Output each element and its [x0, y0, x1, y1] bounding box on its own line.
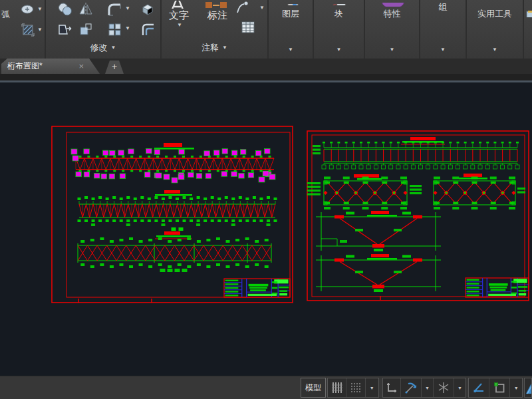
- mirror-button[interactable]: [77, 1, 94, 18]
- table-icon: [240, 19, 256, 35]
- osnap-dropdown-arrow[interactable]: ▼: [509, 378, 522, 397]
- revision-cloud-icon: [20, 1, 36, 17]
- box-3d-icon: [140, 1, 156, 17]
- leader-button[interactable]: [235, 0, 251, 15]
- annotate-panel-title[interactable]: 注释▼: [162, 42, 267, 54]
- wipeout-button[interactable]: [19, 21, 37, 39]
- isodraft-icon: [437, 381, 450, 394]
- stretch-button[interactable]: [57, 21, 74, 38]
- close-tab-icon[interactable]: ×: [78, 59, 84, 74]
- dropdown-arrow-icon[interactable]: ▼: [259, 5, 265, 11]
- drawing-canvas[interactable]: [0, 74, 532, 376]
- dimension-tool-cut-icon: [204, 0, 231, 9]
- polar-tracking-button[interactable]: [400, 378, 421, 397]
- modify-panel-title[interactable]: 修改▼: [46, 42, 160, 54]
- block-panel-label: 块: [314, 8, 364, 20]
- array-icon: [106, 21, 122, 37]
- wipeout-icon: [20, 22, 36, 38]
- snap-grid-group: ▼: [327, 378, 379, 398]
- dimension-button[interactable]: 标注: [207, 9, 227, 22]
- polar-tracking-icon: [404, 381, 418, 394]
- ribbon-panel-utilities[interactable]: 实用工具 ▼: [466, 0, 523, 59]
- properties-cut-icon: [380, 0, 406, 7]
- snap-dropdown-arrow[interactable]: ▼: [365, 378, 378, 397]
- file-tab-bar: 桁布置图* × +: [0, 59, 532, 74]
- leader-icon: [235, 0, 251, 15]
- ribbon: 弧 ▼ ▼: [0, 0, 532, 59]
- scale-icon: [78, 21, 94, 37]
- ribbon-panel-layers[interactable]: 图层 ▼: [267, 0, 313, 59]
- ribbon-panel-clipboard-partial: [523, 0, 532, 59]
- dropdown-arrow-icon[interactable]: ▼: [125, 6, 130, 11]
- ribbon-panel-annotate: 文字 ▼ 标注 ▼ 注释▼: [160, 0, 267, 59]
- dropdown-arrow-icon[interactable]: ▼: [177, 23, 182, 28]
- copy-icon: [57, 1, 73, 17]
- dropdown-arrow-icon[interactable]: ▼: [37, 27, 43, 33]
- group-panel-label: 组: [420, 1, 466, 13]
- copy-button[interactable]: [57, 1, 74, 18]
- object-snap-button[interactable]: [489, 378, 510, 397]
- canvas-top-highlight: [0, 80, 532, 82]
- grid-display-button[interactable]: [328, 378, 346, 397]
- ribbon-panel-block[interactable]: 块 ▼: [313, 0, 364, 59]
- dropdown-arrow-icon[interactable]: ▼: [37, 7, 43, 12]
- new-tab-button[interactable]: +: [105, 61, 124, 74]
- panel-expand-arrow-icon[interactable]: ▼: [314, 47, 364, 53]
- offset-icon: [140, 21, 156, 37]
- cad-drawing: [0, 74, 532, 376]
- dropdown-arrow-icon[interactable]: ▼: [125, 26, 130, 31]
- offset-button[interactable]: [139, 21, 156, 38]
- text-tool-cut-icon: [170, 0, 190, 9]
- ribbon-panel-modify: ▼: [45, 0, 160, 59]
- polar-dropdown-arrow[interactable]: ▼: [421, 378, 433, 397]
- isodraft-dropdown-arrow[interactable]: ▼: [454, 378, 466, 397]
- object-snap-tracking-button[interactable]: [469, 378, 489, 397]
- panel-expand-arrow-icon[interactable]: ▼: [269, 47, 313, 53]
- ribbon-panel-group[interactable]: 组 ▼: [419, 0, 466, 59]
- grid-icon: [331, 381, 344, 394]
- fillet-icon: [106, 1, 122, 17]
- extrude-face-button[interactable]: [139, 1, 156, 18]
- panel-expand-arrow-icon[interactable]: ▼: [420, 47, 466, 53]
- scale-button[interactable]: [77, 21, 94, 38]
- layers-panel-label: 图层: [269, 8, 313, 20]
- panel-expand-arrow-icon[interactable]: ▼: [467, 47, 523, 53]
- model-space-button[interactable]: 模型: [301, 378, 326, 398]
- panel-expand-arrow-icon[interactable]: ▼: [365, 47, 419, 53]
- fillet-button[interactable]: [106, 1, 123, 18]
- canvas-top-band: [0, 74, 532, 80]
- mirror-icon: [78, 1, 94, 17]
- ortho-mode-button[interactable]: [383, 378, 400, 397]
- osnap-group: ▼: [468, 378, 523, 398]
- tab-drawing[interactable]: 桁布置图* ×: [1, 59, 100, 74]
- modify-panel-label: 修改: [90, 43, 108, 53]
- layer-properties-cut-icon: [287, 0, 299, 5]
- annotate-panel-label: 注释: [201, 43, 219, 53]
- paste-cut-icon: [526, 9, 532, 17]
- lineweight-partial-button[interactable]: [524, 378, 532, 398]
- drafting-group: ▼ ▼: [382, 378, 466, 398]
- revision-cloud-button[interactable]: [19, 1, 37, 18]
- insert-block-cut-icon: [332, 0, 347, 5]
- ribbon-panel-draw-partial: 弧 ▼ ▼: [0, 0, 44, 59]
- isometric-drafting-button[interactable]: [433, 378, 454, 397]
- panel-expand-arrow-icon: ▼: [222, 45, 227, 51]
- array-button[interactable]: [106, 21, 123, 38]
- partial-blue-icon: [525, 379, 532, 396]
- otrack-icon: [472, 381, 485, 394]
- properties-panel-label: 特性: [365, 8, 419, 20]
- osnap-icon: [493, 381, 506, 394]
- utilities-panel-label: 实用工具: [467, 8, 523, 20]
- text-button[interactable]: 文字: [169, 9, 189, 22]
- ribbon-panel-properties[interactable]: 特性 ▼: [364, 0, 419, 59]
- snap-mode-button[interactable]: [346, 378, 364, 397]
- tab-drawing-label: 桁布置图*: [7, 61, 43, 70]
- panel-expand-arrow-icon: ▼: [111, 45, 116, 51]
- stretch-icon: [57, 21, 73, 37]
- snap-grid-dots-icon: [349, 381, 362, 394]
- ortho-icon: [385, 381, 398, 394]
- autocad-window: 弧 ▼ ▼: [0, 0, 532, 399]
- arc-tool-label: 弧: [1, 9, 10, 21]
- status-bar: 模型 ▼: [0, 376, 532, 399]
- table-button[interactable]: [239, 19, 257, 36]
